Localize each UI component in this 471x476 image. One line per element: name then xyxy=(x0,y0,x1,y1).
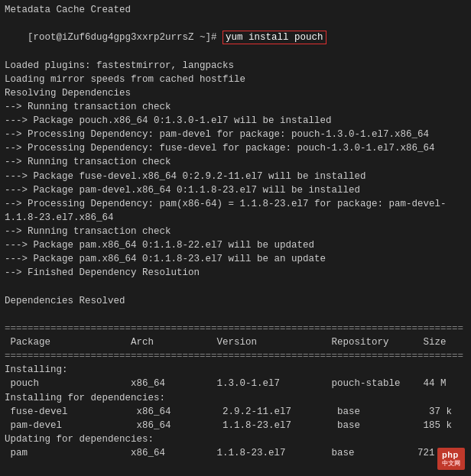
line-pkg-pam-devel: pam-devel x86_64 1.1.8-23.el7 base 185 k xyxy=(5,419,466,432)
line-dep2: --> Processing Dependency: pam-devel for… xyxy=(5,128,466,141)
line-dep3: --> Processing Dependency: fuse-devel fo… xyxy=(5,141,466,155)
line-finished: --> Finished Dependency Resolution xyxy=(5,266,466,280)
line-installing-for-label: Installing for dependencies: xyxy=(5,391,466,405)
watermark-line1: php xyxy=(442,450,459,459)
line-dep7: ---> Package pam.x86_64 0:1.1.8-22.el7 w… xyxy=(5,238,466,252)
line-check3: --> Running transaction check xyxy=(5,225,466,238)
line-pkg-pouch: pouch x86_64 1.3.0-1.el7 pouch-stable 44… xyxy=(5,377,466,390)
line-updating-label: Updating for dependencies: xyxy=(5,432,466,446)
command-highlight: yum install pouch xyxy=(223,31,326,44)
line-check1: --> Running transaction check xyxy=(5,100,466,114)
line-blank2 xyxy=(5,308,466,322)
line-meta: Metadata Cache Created xyxy=(5,3,466,17)
line-installing-label: Installing: xyxy=(5,363,466,377)
line-plugins: Loaded plugins: fastestmirror, langpacks xyxy=(5,59,466,73)
line-divider2: ========================================… xyxy=(5,349,466,363)
line-pkg-fuse: fuse-devel x86_64 2.9.2-11.el7 base 37 k xyxy=(5,405,466,419)
line-check2: --> Running transaction check xyxy=(5,155,466,169)
line-blank3 xyxy=(5,460,466,474)
line-header: Package Arch Version Repository Size xyxy=(5,335,466,349)
prompt-text: [root@iZuf6dug4gpg3xxrp2urrsZ ~]# xyxy=(28,32,223,43)
line-loading: Loading mirror speeds from cached hostfi… xyxy=(5,73,466,86)
line-divider1: ========================================… xyxy=(5,322,466,335)
line-dep4: ---> Package fuse-devel.x86_64 0:2.9.2-1… xyxy=(5,170,466,183)
line-dep1: ---> Package pouch.x86_64 0:1.3.0-1.el7 … xyxy=(5,114,466,128)
line-resolving: Resolving Dependencies xyxy=(5,86,466,100)
line-blank1 xyxy=(5,280,466,294)
line-dep6b: 1.1.8-23.el7.x86_64 xyxy=(5,211,466,225)
line-dep6: --> Processing Dependency: pam(x86-64) =… xyxy=(5,197,466,211)
watermark-badge: php 中文网 xyxy=(437,448,465,470)
watermark-line2: 中文网 xyxy=(442,459,460,468)
line-resolved: Dependencies Resolved xyxy=(5,294,466,308)
terminal-window: Metadata Cache Created [root@iZuf6dug4gp… xyxy=(0,0,471,476)
line-prompt: [root@iZuf6dug4gpg3xxrp2urrsZ ~]# yum in… xyxy=(5,17,466,58)
line-dep5: ---> Package pam-devel.x86_64 0:1.1.8-23… xyxy=(5,183,466,197)
line-dep8: ---> Package pam.x86_64 0:1.1.8-23.el7 w… xyxy=(5,252,466,266)
line-pkg-pam: pam x86_64 1.1.8-23.el7 base 721 k xyxy=(5,446,466,460)
